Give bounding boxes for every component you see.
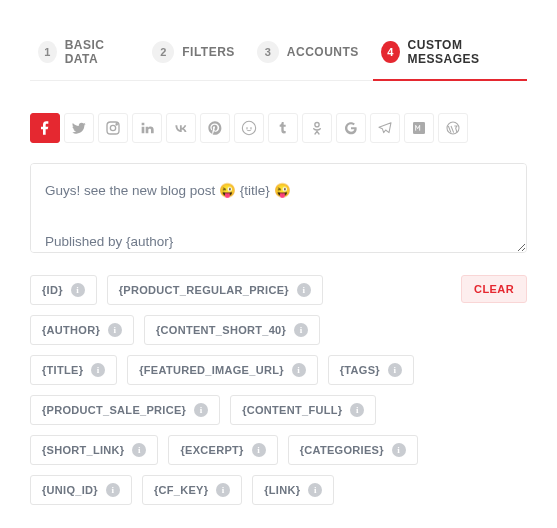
tag-row: {UNIQ_ID}i {CF_KEY}i {LINK}i xyxy=(30,475,527,505)
tab-number: 3 xyxy=(257,41,279,63)
tag-label: {PRODUCT_SALE_PRICE} xyxy=(42,404,186,416)
info-icon[interactable]: i xyxy=(194,403,208,417)
tab-number: 2 xyxy=(152,41,174,63)
medium-icon[interactable] xyxy=(404,113,434,143)
tag-label: {CATEGORIES} xyxy=(300,444,384,456)
tag-id[interactable]: {ID}i xyxy=(30,275,97,305)
tag-row: {TITLE}i {FEATURED_IMAGE_URL}i {TAGS}i xyxy=(30,355,527,385)
tag-product-regular-price[interactable]: {PRODUCT_REGULAR_PRICE}i xyxy=(107,275,323,305)
wizard-tabs: 1 BASIC DATA 2 FILTERS 3 ACCOUNTS 4 CUST… xyxy=(30,30,527,81)
tag-label: {EXCERPT} xyxy=(180,444,243,456)
info-icon[interactable]: i xyxy=(297,283,311,297)
tag-cf-key[interactable]: {CF_KEY}i xyxy=(142,475,242,505)
info-icon[interactable]: i xyxy=(392,443,406,457)
svg-point-3 xyxy=(242,121,255,134)
info-icon[interactable]: i xyxy=(216,483,230,497)
tab-accounts[interactable]: 3 ACCOUNTS xyxy=(249,30,367,80)
tag-link[interactable]: {LINK}i xyxy=(252,475,334,505)
tag-label: {FEATURED_IMAGE_URL} xyxy=(139,364,284,376)
info-icon[interactable]: i xyxy=(252,443,266,457)
tag-label: {TAGS} xyxy=(340,364,380,376)
tag-label: {SHORT_LINK} xyxy=(42,444,124,456)
info-icon[interactable]: i xyxy=(108,323,122,337)
tag-row: {AUTHOR}i {CONTENT_SHORT_40}i xyxy=(30,315,527,345)
wordpress-icon[interactable] xyxy=(438,113,468,143)
tag-featured-image-url[interactable]: {FEATURED_IMAGE_URL}i xyxy=(127,355,318,385)
tag-label: {TITLE} xyxy=(42,364,83,376)
tag-content-short-40[interactable]: {CONTENT_SHORT_40}i xyxy=(144,315,320,345)
info-icon[interactable]: i xyxy=(106,483,120,497)
tag-tags[interactable]: {TAGS}i xyxy=(328,355,414,385)
tab-label: CUSTOM MESSAGES xyxy=(408,38,519,66)
info-icon[interactable]: i xyxy=(132,443,146,457)
tag-row: {ID}i {PRODUCT_REGULAR_PRICE}i xyxy=(30,275,527,305)
info-icon[interactable]: i xyxy=(388,363,402,377)
tag-short-link[interactable]: {SHORT_LINK}i xyxy=(30,435,158,465)
tag-categories[interactable]: {CATEGORIES}i xyxy=(288,435,418,465)
info-icon[interactable]: i xyxy=(350,403,364,417)
pinterest-icon[interactable] xyxy=(200,113,230,143)
info-icon[interactable]: i xyxy=(308,483,322,497)
facebook-icon[interactable] xyxy=(30,113,60,143)
svg-point-5 xyxy=(250,127,252,129)
tab-label: ACCOUNTS xyxy=(287,45,359,59)
svg-point-2 xyxy=(116,124,117,125)
social-network-picker xyxy=(30,113,527,143)
tab-basic-data[interactable]: 1 BASIC DATA xyxy=(30,30,138,80)
info-icon[interactable]: i xyxy=(294,323,308,337)
tab-number: 1 xyxy=(38,41,57,63)
placeholder-tags-area: CLEAR {ID}i {PRODUCT_REGULAR_PRICE}i {AU… xyxy=(30,275,527,505)
odnoklassniki-icon[interactable] xyxy=(302,113,332,143)
tag-row: {PRODUCT_SALE_PRICE}i {CONTENT_FULL}i xyxy=(30,395,527,425)
tag-excerpt[interactable]: {EXCERPT}i xyxy=(168,435,277,465)
reddit-icon[interactable] xyxy=(234,113,264,143)
linkedin-icon[interactable] xyxy=(132,113,162,143)
info-icon[interactable]: i xyxy=(71,283,85,297)
info-icon[interactable]: i xyxy=(91,363,105,377)
svg-point-1 xyxy=(110,125,115,130)
tag-product-sale-price[interactable]: {PRODUCT_SALE_PRICE}i xyxy=(30,395,220,425)
tag-label: {ID} xyxy=(42,284,63,296)
tag-uniq-id[interactable]: {UNIQ_ID}i xyxy=(30,475,132,505)
tumblr-icon[interactable] xyxy=(268,113,298,143)
tab-label: FILTERS xyxy=(182,45,235,59)
twitter-icon[interactable] xyxy=(64,113,94,143)
google-icon[interactable] xyxy=(336,113,366,143)
tag-row: {SHORT_LINK}i {EXCERPT}i {CATEGORIES}i xyxy=(30,435,527,465)
tag-content-full[interactable]: {CONTENT_FULL}i xyxy=(230,395,376,425)
svg-point-4 xyxy=(246,127,248,129)
telegram-icon[interactable] xyxy=(370,113,400,143)
svg-point-6 xyxy=(315,123,319,127)
tag-author[interactable]: {AUTHOR}i xyxy=(30,315,134,345)
tag-label: {UNIQ_ID} xyxy=(42,484,98,496)
tag-label: {AUTHOR} xyxy=(42,324,100,336)
tag-label: {PRODUCT_REGULAR_PRICE} xyxy=(119,284,289,296)
tab-label: BASIC DATA xyxy=(65,38,131,66)
tag-label: {CONTENT_SHORT_40} xyxy=(156,324,286,336)
tab-filters[interactable]: 2 FILTERS xyxy=(144,30,243,80)
instagram-icon[interactable] xyxy=(98,113,128,143)
tag-label: {LINK} xyxy=(264,484,300,496)
svg-rect-7 xyxy=(413,122,425,134)
vk-icon[interactable] xyxy=(166,113,196,143)
tag-label: {CF_KEY} xyxy=(154,484,208,496)
clear-button[interactable]: CLEAR xyxy=(461,275,527,303)
message-textarea[interactable] xyxy=(30,163,527,253)
info-icon[interactable]: i xyxy=(292,363,306,377)
tab-number: 4 xyxy=(381,41,400,63)
tag-title[interactable]: {TITLE}i xyxy=(30,355,117,385)
tab-custom-messages[interactable]: 4 CUSTOM MESSAGES xyxy=(373,30,527,80)
tag-label: {CONTENT_FULL} xyxy=(242,404,342,416)
